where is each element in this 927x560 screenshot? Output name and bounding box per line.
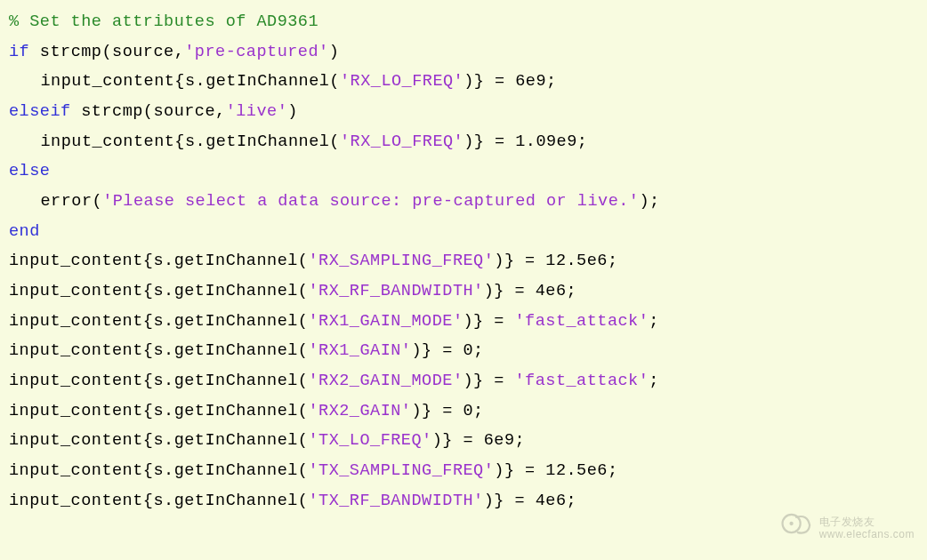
code-string: 'RX_SAMPLING_FREQ' [308,252,494,270]
code-string: 'RX1_GAIN_MODE' [308,312,463,331]
code-line: input_content{s.getInChannel('TX_SAMPLIN… [9,456,918,486]
code-text: ); [639,192,659,211]
code-text: )} = 6e9; [464,72,556,91]
code-string: 'RX2_GAIN' [308,402,411,420]
watermark-icon [780,508,812,549]
code-text: input_content{s.getInChannel( [9,252,308,270]
watermark-url: www.elecfans.com [819,529,915,540]
code-text: )} = [463,372,514,390]
code-line: input_content{s.getInChannel('RX_RF_BAND… [9,276,918,307]
code-string: 'RX_LO_FREQ' [340,132,464,151]
code-line: input_content{s.getInChannel('RX_SAMPLIN… [9,246,918,276]
code-text: input_content{s.getInChannel( [9,372,308,390]
kw-if: if [9,43,29,61]
code-string: 'pre-captured' [184,43,328,61]
kw-end: end [9,217,918,247]
code-block: % Set the attributes of AD9361 if strcmp… [9,7,918,516]
code-text: strcmp(source, [71,102,226,121]
code-string: 'TX_LO_FREQ' [308,431,431,450]
code-text: input_content{s.getInChannel( [9,282,308,300]
code-text: input_content{s.getInChannel( [9,341,308,360]
code-text: )} = 0; [411,341,483,360]
code-line: input_content{s.getInChannel('RX2_GAIN_M… [9,366,918,396]
code-text: ) [329,43,340,61]
code-string: 'RX2_GAIN_MODE' [308,372,463,390]
svg-point-1 [789,522,793,525]
code-text: )} = 1.09e9; [464,132,587,151]
watermark-text: 电子发烧友 www.elecfans.com [819,516,915,540]
watermark: 电子发烧友 www.elecfans.com [780,508,915,549]
kw-elseif: elseif [9,102,71,121]
code-string: 'fast_attack' [515,312,649,331]
code-string: 'fast_attack' [515,372,649,390]
code-text: input_content{s.getInChannel( [41,132,340,151]
code-text: )} = 6e9; [432,431,525,450]
code-text: input_content{s.getInChannel( [41,72,340,91]
code-line: elseif strcmp(source,'live') [9,97,918,127]
code-text: )} = 4e6; [484,492,576,510]
code-string: 'live' [226,102,288,121]
code-text: )} = 12.5e6; [494,461,617,480]
code-text: input_content{s.getInChannel( [9,461,308,480]
code-string: 'TX_SAMPLING_FREQ' [308,461,494,480]
code-text: ) [287,102,298,121]
code-text: )} = 4e6; [484,282,576,300]
code-line: input_content{s.getInChannel('RX2_GAIN')… [9,396,918,427]
kw-else: else [9,156,918,187]
code-text: error( [41,192,103,211]
code-line: input_content{s.getInChannel('RX_LO_FREQ… [41,127,918,157]
code-text: input_content{s.getInChannel( [9,312,308,331]
code-line: error('Please select a data source: pre-… [41,187,918,217]
code-string: 'RX_RF_BANDWIDTH' [308,282,483,300]
watermark-brand: 电子发烧友 [819,516,915,528]
code-text: )} = 0; [411,402,483,420]
code-text: ; [649,312,659,331]
code-string: 'RX_LO_FREQ' [340,72,464,91]
code-string: 'RX1_GAIN' [308,341,411,360]
code-text: )} = 12.5e6; [494,252,617,270]
code-line: input_content{s.getInChannel('RX1_GAIN_M… [9,307,918,337]
code-text: ; [649,372,659,390]
code-text: input_content{s.getInChannel( [9,492,308,510]
code-text: input_content{s.getInChannel( [9,431,308,450]
code-text: )} = [463,312,514,331]
code-text: strcmp(source, [29,43,184,61]
code-string: 'TX_RF_BANDWIDTH' [308,492,483,510]
code-text: input_content{s.getInChannel( [9,402,308,420]
code-line: input_content{s.getInChannel('RX_LO_FREQ… [41,67,918,97]
code-line: if strcmp(source,'pre-captured') [9,37,918,68]
code-line: input_content{s.getInChannel('RX1_GAIN')… [9,336,918,366]
code-string: 'Please select a data source: pre-captur… [102,192,639,211]
code-line: input_content{s.getInChannel('TX_LO_FREQ… [9,426,918,456]
code-comment: % Set the attributes of AD9361 [9,7,918,37]
